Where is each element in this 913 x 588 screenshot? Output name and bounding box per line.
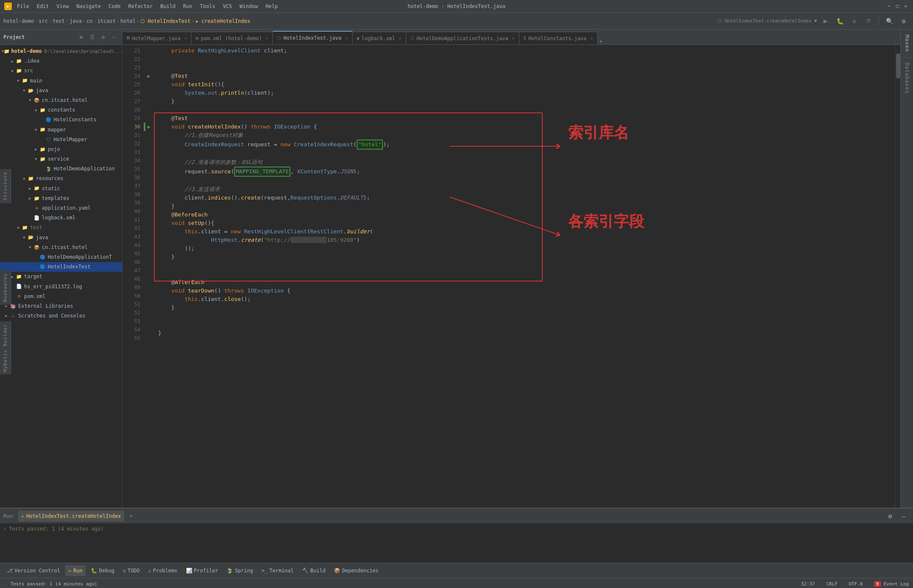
menu-file[interactable]: File — [14, 3, 33, 10]
menu-run[interactable]: Run — [180, 3, 196, 10]
menu-navigate[interactable]: Navigate — [73, 3, 104, 10]
tab-close-icon[interactable]: × — [345, 36, 348, 41]
todo-tab[interactable]: ☑ TODO — [119, 565, 143, 576]
terminal-tab[interactable]: >_ Terminal — [258, 565, 297, 576]
run-gutter-icon[interactable]: ▶ — [147, 73, 150, 79]
run-gutter-icon[interactable]: ▶ — [147, 124, 150, 130]
run-button[interactable]: ▶ — [820, 15, 831, 27]
encoding[interactable]: UTF-8 — [849, 581, 863, 587]
tab-close-icon[interactable]: × — [184, 36, 187, 41]
tab-hotelconstants[interactable]: C HotelConstants.java × — [519, 32, 598, 44]
test-run-gutter[interactable]: ▶ — [144, 72, 154, 80]
problems-tab[interactable]: ⚠ Problems — [145, 565, 181, 576]
tree-item-target[interactable]: ▶ 📁 target — [0, 272, 122, 282]
tree-item-idea[interactable]: ▶ 📁 .idea — [0, 56, 122, 66]
cursor-position[interactable]: 32:37 — [801, 581, 815, 587]
run-close-icon[interactable]: — — [898, 510, 910, 522]
tree-item-ext-libs[interactable]: ▶ 📚 External Libraries — [0, 301, 122, 311]
tree-item-package-main[interactable]: ▼ 📦 cn.itcast.hotel — [0, 96, 122, 105]
tab-pom[interactable]: m pom.xml (hotel-demo) × — [191, 32, 273, 44]
breadcrumb-item[interactable]: ⬡ HotelIndexTest — [140, 18, 190, 24]
menu-build[interactable]: Build — [157, 3, 179, 10]
tree-item-java-main[interactable]: ▼ 📂 java — [0, 86, 122, 96]
maximize-button[interactable]: □ — [894, 3, 900, 9]
tree-item-java-test[interactable]: ▼ 📂 java — [0, 233, 122, 243]
tree-item-constants[interactable]: ▼ 📁 constants — [0, 105, 122, 115]
vertical-scrollbar[interactable] — [895, 45, 900, 508]
profiler-tab[interactable]: 📊 Profiler — [183, 565, 222, 576]
menu-tools[interactable]: Tools — [197, 3, 219, 10]
tree-item-hotelconstants[interactable]: ▶ 🔵 HotelConstants — [0, 115, 122, 125]
sidebar-gear-icon[interactable]: ⚙ — [98, 33, 108, 42]
dependencies-tab[interactable]: 📦 Dependencies — [331, 565, 382, 576]
tab-hotelindextest[interactable]: ⬡ HotelIndexTest.java × — [273, 31, 352, 44]
structure-sidebar-tab[interactable]: Structure — [0, 169, 11, 203]
maven-tab[interactable]: Maven — [903, 32, 911, 55]
tree-item-pojo[interactable]: ▶ 📁 pojo — [0, 145, 122, 154]
tree-item-hotelmapper[interactable]: ▶ ⬡ HotelMapper — [0, 135, 122, 145]
mybatis-sidebar-tab[interactable]: MyBatis Builder — [0, 321, 11, 375]
tree-item-application-yaml[interactable]: ▶ ⚙ application.yaml — [0, 203, 122, 213]
tree-item-resources[interactable]: ▼ 📁 resources — [0, 174, 122, 183]
tree-item-mapper[interactable]: ▼ 📁 mapper — [0, 125, 122, 135]
run-config-dropdown[interactable]: ⬡ HotelIndexTest.createHotelIndex ▼ — [718, 18, 817, 24]
tree-item-logback[interactable]: ▶ 📄 logback.xml — [0, 213, 122, 223]
tree-item-hotel-demo[interactable]: ▼ 📁 hotel-demo D:\Java\idea\SpringCloud\… — [0, 46, 122, 56]
tree-item-src[interactable]: ▼ 📁 src — [0, 66, 122, 76]
line-separator[interactable]: CRLF — [826, 581, 838, 587]
tab-close-icon[interactable]: × — [265, 36, 268, 41]
sidebar-close-icon[interactable]: — — [109, 33, 119, 42]
code-content[interactable]: private RestHighLevelClient client; @Tes… — [154, 45, 895, 508]
debug-tab[interactable]: 🐛 Debug — [87, 565, 118, 576]
menu-window[interactable]: Window — [236, 3, 261, 10]
run-config-btn[interactable]: ▶ HotelIndexTest.createHotelIndex — [18, 511, 124, 522]
build-tab[interactable]: 🔨 Build — [299, 565, 329, 576]
scrollbar-thumb[interactable] — [896, 53, 900, 79]
close-button[interactable]: ✕ — [903, 3, 909, 9]
tab-close-icon[interactable]: × — [512, 36, 515, 41]
tree-item-static[interactable]: ▶ 📁 static — [0, 184, 122, 194]
menu-help[interactable]: Help — [262, 3, 281, 10]
run-tab[interactable]: ▶ Run — [65, 565, 86, 576]
menu-view[interactable]: View — [53, 3, 72, 10]
tab-close-icon[interactable]: × — [590, 36, 593, 41]
code-editor[interactable]: 21 22 23 24 25 26 27 28 29 30 31 32 33 3… — [123, 45, 900, 508]
bookmarks-sidebar-tab[interactable]: Bookmarks — [0, 271, 11, 305]
run-settings-icon[interactable]: ⚙ — [884, 510, 896, 522]
tree-item-pom[interactable]: ▶ m pom.xml — [0, 292, 122, 301]
settings-button[interactable]: ⚙ — [898, 15, 910, 27]
tree-item-hoteldemoapptest[interactable]: ▶ 🔵 HotelDemoApplicationT — [0, 252, 122, 262]
tab-hotelmapper[interactable]: M HotelMapper.java × — [123, 32, 191, 44]
tree-item-main[interactable]: ▼ 📁 main — [0, 76, 122, 86]
tab-close-icon[interactable]: × — [399, 36, 402, 41]
tree-item-service[interactable]: ▼ 📁 service — [0, 154, 122, 164]
coverage-button[interactable]: ◎ — [848, 15, 860, 27]
tree-item-templates[interactable]: ▶ 📁 templates — [0, 194, 122, 203]
tab-hoteldemotest[interactable]: ⬡ HotelDemoApplicationTests.java × — [406, 32, 519, 44]
menu-vcs[interactable]: VCS — [219, 3, 235, 10]
breadcrumb-method[interactable]: ★ createHotelIndex — [195, 18, 250, 24]
menu-code[interactable]: Code — [105, 3, 124, 10]
menu-edit[interactable]: Edit — [33, 3, 52, 10]
event-log-label[interactable]: 9 Event Log — [874, 581, 909, 587]
sidebar-collapse-icon[interactable]: ☰ — [87, 33, 97, 42]
debug-button[interactable]: 🐛 — [834, 15, 846, 27]
databases-tab[interactable]: Databases — [903, 60, 911, 96]
run-close-btn[interactable]: × — [129, 513, 133, 519]
run-gutter-line30[interactable]: ▶ — [144, 123, 154, 131]
more-tabs-button[interactable]: ▾ — [599, 38, 602, 44]
tree-item-scratches[interactable]: ▶ ✏ Scratches and Consoles — [0, 311, 122, 321]
menu-refactor[interactable]: Refactor — [125, 3, 156, 10]
tree-item-log[interactable]: ▶ 📄 hs_err_pid11372.log — [0, 282, 122, 292]
minimize-button[interactable]: ─ — [886, 3, 892, 9]
profile-button[interactable]: ⏱ — [863, 15, 875, 27]
search-everywhere-button[interactable]: 🔍 — [883, 15, 895, 27]
tab-logback[interactable]: x logback.xml × — [353, 32, 406, 44]
version-control-tab[interactable]: ⎇ Version Control — [3, 565, 63, 576]
tree-item-test[interactable]: ▼ 📁 test — [0, 223, 122, 232]
tree-item-hoteldemoapplication[interactable]: ▶ 🍃 HotelDemoApplication — [0, 164, 122, 174]
tree-item-package-test[interactable]: ▼ 📦 cn.itcast.hotel — [0, 243, 122, 252]
spring-tab[interactable]: 🍃 Spring — [223, 565, 256, 576]
tree-item-hotelindextest[interactable]: ▶ 🔵 HotelIndexTest — [0, 262, 122, 272]
sidebar-settings-icon[interactable]: ⊞ — [77, 33, 86, 42]
